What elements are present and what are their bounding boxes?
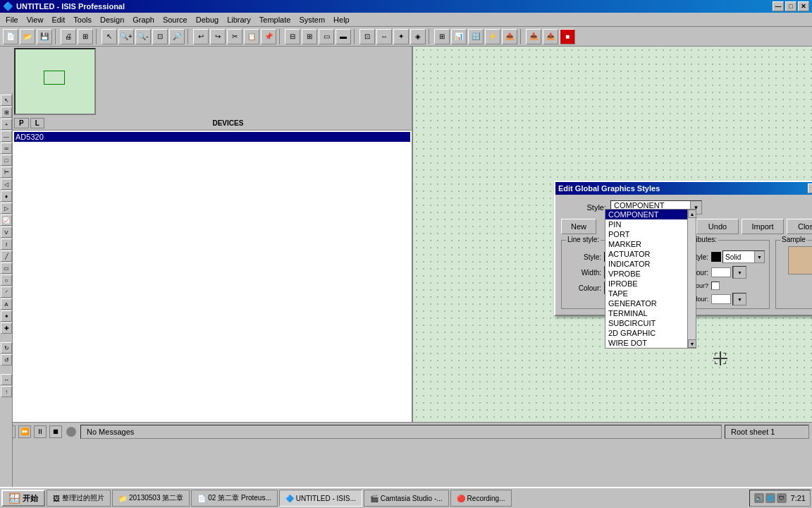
rotate-cw-tool[interactable]: ↻ bbox=[1, 342, 12, 353]
arc-tool[interactable]: ◜ bbox=[1, 286, 12, 298]
box-tool[interactable]: ▭ bbox=[1, 262, 12, 274]
dd-item-pin[interactable]: PIN bbox=[605, 219, 687, 229]
symbol-tool[interactable]: ✦ bbox=[1, 310, 12, 322]
taskbar-item-2[interactable]: 📄 02 第二章 Proteus... bbox=[191, 490, 277, 507]
menu-item-file[interactable]: File bbox=[1, 14, 23, 25]
junction-tool[interactable]: + bbox=[1, 119, 12, 130]
menu-item-help[interactable]: Help bbox=[329, 14, 354, 25]
tab-p[interactable]: P bbox=[14, 118, 29, 128]
subcircuit-tool[interactable]: □ bbox=[1, 155, 12, 166]
open-button[interactable]: 📂 bbox=[20, 29, 35, 44]
menu-item-design[interactable]: Design bbox=[96, 14, 128, 25]
taskbar-item-0[interactable]: 🖼 整理过的照片 bbox=[47, 490, 111, 507]
canvas-area[interactable]: Edit Global Graphics Styles ? ✕ Style: C… bbox=[413, 47, 812, 422]
component-list[interactable]: AD5320 bbox=[13, 131, 412, 422]
electric-button[interactable]: ⚡ bbox=[485, 29, 500, 44]
zoom-area-button[interactable]: 🔎 bbox=[169, 29, 185, 44]
menu-item-library[interactable]: Library bbox=[223, 14, 255, 25]
menu-item-system[interactable]: System bbox=[295, 14, 329, 25]
menu-item-graph[interactable]: Graph bbox=[128, 14, 159, 25]
dd-item-generator[interactable]: GENERATOR bbox=[605, 298, 687, 308]
zoom1-button[interactable]: ⊡ bbox=[359, 29, 375, 44]
tab-l[interactable]: L bbox=[30, 118, 44, 128]
block-button[interactable]: ⊟ bbox=[285, 29, 300, 44]
zoom3-button[interactable]: ✦ bbox=[393, 29, 409, 44]
graph-tool[interactable]: 📈 bbox=[1, 214, 12, 226]
line-tool[interactable]: ╱ bbox=[1, 250, 12, 262]
tb-more1[interactable]: ◈ bbox=[410, 29, 426, 44]
print-button[interactable]: 🖨 bbox=[61, 29, 76, 44]
zoom-fit-button[interactable]: ⊡ bbox=[152, 29, 168, 44]
dd-item-subcircuit[interactable]: SUBCIRCUIT bbox=[605, 318, 687, 328]
fill-bg-colour-combo[interactable]: ▼ bbox=[732, 293, 746, 306]
fill-bg-colour-arrow[interactable]: ▼ bbox=[733, 294, 746, 305]
taskbar-item-5[interactable]: 🔴 Recording... bbox=[450, 490, 512, 507]
extra1-button[interactable]: 📥 bbox=[526, 29, 541, 44]
minimize-button[interactable]: — bbox=[773, 1, 784, 11]
dd-item-actuator[interactable]: ACTUATOR bbox=[605, 249, 687, 259]
stop-button[interactable]: ⏹ bbox=[49, 425, 62, 438]
play-step-button[interactable]: ⏩ bbox=[18, 425, 31, 438]
zoom2-button[interactable]: ↔ bbox=[376, 29, 392, 44]
tape-tool[interactable]: ▷ bbox=[1, 202, 12, 214]
taskbar-item-3[interactable]: 🔷 UNTITLED - ISIS... bbox=[279, 490, 362, 507]
bom-button[interactable]: 📊 bbox=[451, 29, 467, 44]
annotate-button[interactable]: 🔡 bbox=[468, 29, 484, 44]
menu-item-debug[interactable]: Debug bbox=[192, 14, 223, 25]
undo-tb-button[interactable]: ↩ bbox=[193, 29, 209, 44]
copy-button[interactable]: 📋 bbox=[244, 29, 259, 44]
cursor-button[interactable]: ↖ bbox=[102, 29, 117, 44]
paste-button[interactable]: 📌 bbox=[261, 29, 276, 44]
taskbar-item-1[interactable]: 📁 20130503 第二章 bbox=[112, 490, 190, 507]
block4-button[interactable]: ▬ bbox=[336, 29, 351, 44]
vprobe-tool[interactable]: V bbox=[1, 226, 12, 238]
bus-tool[interactable]: ═ bbox=[1, 143, 12, 154]
iprobe-tool[interactable]: I bbox=[1, 238, 12, 250]
dd-item-marker[interactable]: MARKER bbox=[605, 239, 687, 249]
new-style-button[interactable]: New bbox=[561, 219, 596, 234]
undo-button[interactable]: Undo bbox=[696, 219, 739, 234]
pause-button[interactable]: ⏸ bbox=[34, 425, 47, 438]
component-item-ad5320[interactable]: AD5320 bbox=[14, 132, 410, 142]
dialog-help-button[interactable]: ? bbox=[808, 183, 812, 193]
menu-item-tools[interactable]: Tools bbox=[69, 14, 96, 25]
dd-item-vprobe[interactable]: VPROBE bbox=[605, 269, 687, 279]
dropdown-scrollbar[interactable]: ▲ ▼ bbox=[687, 210, 696, 348]
dd-item-wiredot[interactable]: WIRE DOT bbox=[605, 338, 687, 348]
dd-item-tape[interactable]: TAPE bbox=[605, 289, 687, 298]
select-tool[interactable]: ↖ bbox=[1, 95, 12, 106]
scroll-up-button[interactable]: ▲ bbox=[688, 210, 696, 218]
fill-bg-checkbox[interactable] bbox=[711, 282, 720, 290]
fill-style-combo[interactable]: Solid ▼ bbox=[722, 250, 765, 263]
new-button[interactable]: 📄 bbox=[3, 29, 18, 44]
extra2-button[interactable]: 📤 bbox=[543, 29, 558, 44]
maximize-button[interactable]: □ bbox=[785, 1, 796, 11]
terminal-tool[interactable]: ⊢ bbox=[1, 167, 12, 178]
up-tool[interactable]: ↑ bbox=[1, 386, 12, 397]
fill-style-arrow[interactable]: ▼ bbox=[754, 251, 764, 262]
import-button[interactable]: Import bbox=[742, 219, 784, 234]
menu-item-source[interactable]: Source bbox=[159, 14, 192, 25]
circle-tool[interactable]: ○ bbox=[1, 274, 12, 286]
dd-item-terminal[interactable]: TERMINAL bbox=[605, 308, 687, 318]
fill-colour-combo[interactable]: ▼ bbox=[732, 266, 746, 279]
generator-tool[interactable]: ♦ bbox=[1, 190, 12, 202]
extra3-button[interactable]: ■ bbox=[560, 29, 575, 44]
cut-button[interactable]: ✂ bbox=[227, 29, 242, 44]
marker-tool[interactable]: ✚ bbox=[1, 322, 12, 334]
menu-item-edit[interactable]: Edit bbox=[47, 14, 69, 25]
taskbar-item-4[interactable]: 🎬 Camtasia Studio -... bbox=[364, 490, 449, 507]
block2-button[interactable]: ⊞ bbox=[302, 29, 317, 44]
dd-item-port[interactable]: PORT bbox=[605, 229, 687, 239]
dialog-title-bar[interactable]: Edit Global Graphics Styles ? ✕ bbox=[555, 182, 812, 195]
dd-item-indicator[interactable]: INDICATOR bbox=[605, 259, 687, 269]
dd-item-component[interactable]: COMPONENT bbox=[605, 210, 687, 219]
close-button[interactable]: ✕ bbox=[798, 1, 809, 11]
netlist-button[interactable]: ⊞ bbox=[434, 29, 450, 44]
start-button[interactable]: 🪟 开始 bbox=[1, 490, 45, 507]
dd-item-2dgraphic[interactable]: 2D GRAPHIC bbox=[605, 328, 687, 338]
menu-item-view[interactable]: View bbox=[23, 14, 48, 25]
port-tool[interactable]: ◁ bbox=[1, 179, 12, 190]
export-button[interactable]: 📤 bbox=[502, 29, 517, 44]
component-tool[interactable]: ⊞ bbox=[1, 107, 12, 118]
